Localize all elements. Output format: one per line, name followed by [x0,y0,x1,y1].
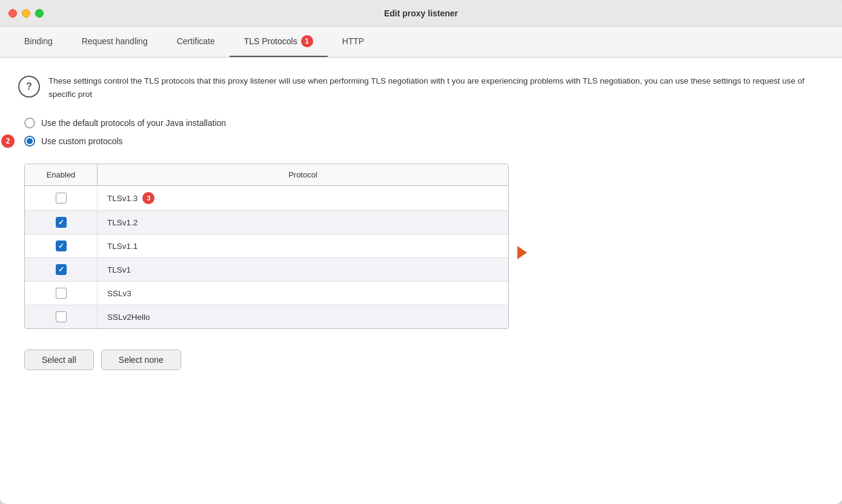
traffic-lights [8,9,44,18]
minimize-button[interactable] [22,9,30,18]
cell-protocol-sslv2hello: SSLv2Hello [98,307,508,328]
table-row: SSLv2Hello [25,305,508,328]
cell-protocol-tlsv12: TLSv1.2 [98,212,508,233]
tab-certificate-label: Certificate [177,36,215,46]
radio-custom-badge: 2 [1,134,15,148]
cell-protocol-tlsv1: TLSv1 [98,259,508,280]
checkbox-sslv3[interactable] [56,288,67,299]
protocol-label-tlsv1: TLSv1 [107,265,131,274]
checkbox-tlsv12[interactable] [56,217,67,228]
window-title: Edit proxy listener [384,8,458,18]
close-button[interactable] [8,9,17,18]
protocol-label-sslv3: SSLv3 [107,289,131,298]
checkbox-sslv2hello[interactable] [56,311,67,322]
tab-http[interactable]: HTTP [328,27,379,57]
protocol-label-sslv2hello: SSLv2Hello [107,313,150,322]
radio-custom-circle [24,136,35,147]
info-icon: ? [18,76,40,98]
table-row: TLSv1.2 [25,211,508,234]
protocol-label-tlsv12: TLSv1.2 [107,218,138,227]
table-header: Enabled Protocol [25,164,508,186]
table-row: SSLv3 [25,282,508,305]
info-text: These settings control the TLS protocols… [48,75,824,101]
table-row: TLSv1.3 3 [25,186,508,211]
table-wrapper: Enabled Protocol TLSv1.3 3 [18,164,509,341]
tab-tls-protocols-label: TLS Protocols [244,36,297,46]
arrow-pointer-icon [517,246,527,259]
radio-group: Use the default protocols of your Java i… [18,118,824,147]
radio-custom-protocols[interactable]: 2 Use custom protocols [24,136,824,147]
titlebar: Edit proxy listener [0,0,842,27]
protocol-table: Enabled Protocol TLSv1.3 3 [24,164,509,329]
header-enabled: Enabled [25,164,98,185]
checkbox-tlsv1[interactable] [56,264,67,275]
table-row: TLSv1.1 [25,234,508,258]
tab-certificate[interactable]: Certificate [162,27,230,57]
tab-tls-protocols[interactable]: TLS Protocols 1 [230,27,328,57]
cell-enabled-sslv2hello [25,305,98,328]
row-badge-tlsv13: 3 [142,192,154,204]
tab-request-handling-label: Request handling [82,36,148,46]
table-row: TLSv1 [25,258,508,282]
radio-custom-label: Use custom protocols [41,136,123,146]
tab-tls-badge: 1 [301,35,313,47]
header-protocol: Protocol [98,164,508,185]
radio-default-label: Use the default protocols of your Java i… [41,118,226,128]
content-area: ? These settings control the TLS protoco… [0,58,842,504]
cell-enabled-tlsv1 [25,258,98,281]
tab-binding[interactable]: Binding [10,27,67,57]
cell-enabled-sslv3 [25,282,98,305]
button-group: Select all Select none [24,350,824,370]
tab-http-label: HTTP [342,36,365,46]
info-box: ? These settings control the TLS protoco… [18,75,824,101]
cell-protocol-tlsv11: TLSv1.1 [98,236,508,257]
checkbox-tlsv13[interactable] [56,193,67,204]
cell-enabled-tlsv12 [25,211,98,234]
protocol-label-tlsv11: TLSv1.1 [107,242,138,251]
radio-default-circle [24,118,35,128]
main-window: Edit proxy listener Binding Request hand… [0,0,842,504]
tab-request-handling[interactable]: Request handling [67,27,162,57]
select-none-button[interactable]: Select none [101,350,181,370]
radio-default-protocols[interactable]: Use the default protocols of your Java i… [24,118,824,128]
tab-binding-label: Binding [24,36,53,46]
cell-protocol-sslv3: SSLv3 [98,283,508,304]
cell-enabled-tlsv13 [25,187,98,210]
checkbox-tlsv11[interactable] [56,240,67,251]
cell-protocol-tlsv13: TLSv1.3 3 [98,186,508,210]
maximize-button[interactable] [35,9,44,18]
protocol-label-tlsv13: TLSv1.3 [107,194,138,203]
select-all-button[interactable]: Select all [24,350,94,370]
cell-enabled-tlsv11 [25,234,98,257]
tab-bar: Binding Request handling Certificate TLS… [0,27,842,58]
